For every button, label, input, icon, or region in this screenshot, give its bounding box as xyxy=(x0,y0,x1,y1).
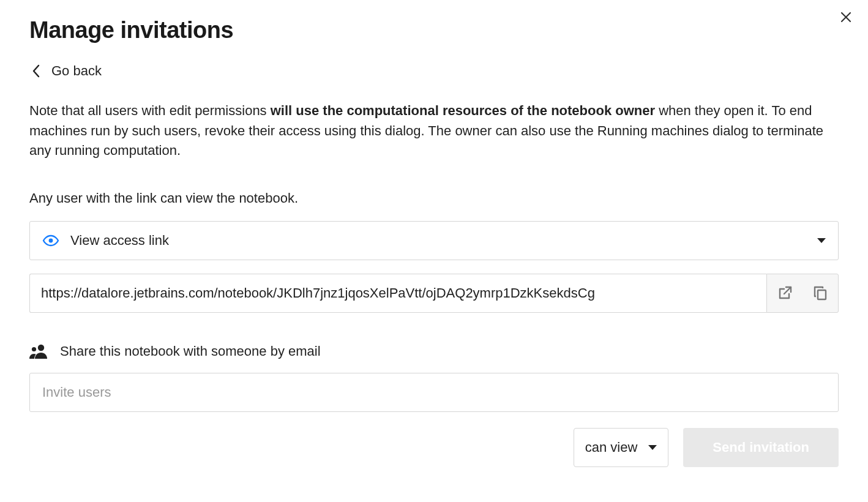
chevron-left-icon xyxy=(32,64,40,78)
copy-icon xyxy=(812,285,828,301)
open-link-button[interactable] xyxy=(767,274,803,312)
share-by-email-heading: Share this notebook with someone by emai… xyxy=(29,343,839,359)
people-icon xyxy=(29,343,48,359)
svg-rect-5 xyxy=(818,290,826,299)
note-prefix: Note that all users with edit permission… xyxy=(29,103,271,118)
svg-point-6 xyxy=(38,344,44,350)
note-bold: will use the computational resources of … xyxy=(271,103,655,118)
caret-down-icon xyxy=(817,235,826,246)
svg-marker-3 xyxy=(817,238,826,243)
share-heading-text: Share this notebook with someone by emai… xyxy=(60,343,321,359)
link-actions xyxy=(766,274,839,313)
svg-point-7 xyxy=(32,347,36,351)
eye-icon xyxy=(42,234,59,247)
caret-down-icon xyxy=(648,444,657,451)
go-back-label: Go back xyxy=(51,63,102,79)
svg-point-2 xyxy=(49,238,53,242)
copy-link-button[interactable] xyxy=(803,274,838,312)
dialog-title: Manage invitations xyxy=(29,17,839,43)
permissions-note: Note that all users with edit permission… xyxy=(29,101,839,161)
share-link-row xyxy=(29,274,839,313)
footer-actions: can view Send invitation xyxy=(29,428,839,467)
svg-marker-8 xyxy=(648,445,657,450)
external-link-icon xyxy=(777,285,793,301)
close-button[interactable] xyxy=(837,9,855,26)
svg-line-4 xyxy=(784,287,791,294)
go-back-button[interactable]: Go back xyxy=(32,63,102,79)
send-invitation-button[interactable]: Send invitation xyxy=(683,428,839,467)
invite-users-input[interactable] xyxy=(29,373,839,412)
permission-dropdown[interactable]: can view xyxy=(574,428,669,467)
share-link-input[interactable] xyxy=(29,274,766,313)
close-icon xyxy=(840,11,852,23)
link-info-text: Any user with the link can view the note… xyxy=(29,190,839,206)
access-level-dropdown[interactable]: View access link xyxy=(29,221,839,260)
permission-dropdown-label: can view xyxy=(585,440,638,455)
access-dropdown-label: View access link xyxy=(70,233,817,249)
